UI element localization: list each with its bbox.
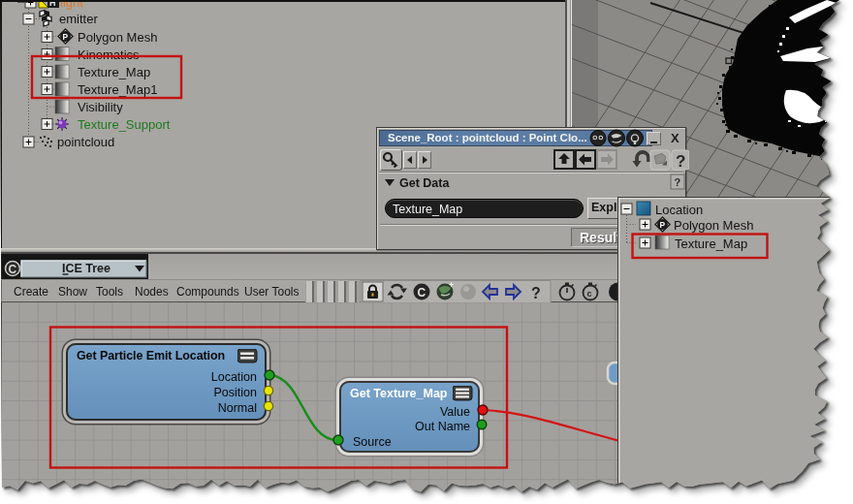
svg-text:Texture_Support: Texture_Support: [78, 117, 171, 132]
svg-text:Polygon Mesh: Polygon Mesh: [78, 30, 157, 45]
svg-text:+: +: [449, 280, 454, 290]
svg-text:pointcloud: pointcloud: [57, 135, 114, 149]
svg-text:Get Data: Get Data: [399, 176, 450, 190]
svg-text:c: c: [587, 289, 592, 299]
svg-text:light: light: [60, 0, 83, 10]
svg-text:Texture_Map: Texture_Map: [78, 65, 150, 79]
svg-text:Polygon Mesh: Polygon Mesh: [674, 218, 753, 233]
svg-text:Location: Location: [655, 203, 703, 217]
svg-text:?: ?: [675, 176, 681, 188]
svg-text:Visibility: Visibility: [78, 100, 123, 114]
svg-text:ICE Tree: ICE Tree: [62, 262, 111, 275]
svg-text:emitter: emitter: [59, 12, 98, 26]
svg-text:C: C: [418, 286, 426, 299]
svg-text:C: C: [9, 263, 17, 276]
svg-text:Texture_Map: Texture_Map: [675, 236, 747, 251]
svg-text:P: P: [660, 220, 666, 230]
svg-text:Kinematics: Kinematics: [78, 47, 140, 62]
svg-text:H: H: [49, 0, 56, 8]
svg-text:?: ?: [531, 285, 541, 301]
svg-text:P: P: [63, 32, 69, 42]
svg-text:Texture_Map1: Texture_Map1: [78, 82, 157, 97]
svg-text:?: ?: [676, 152, 685, 171]
